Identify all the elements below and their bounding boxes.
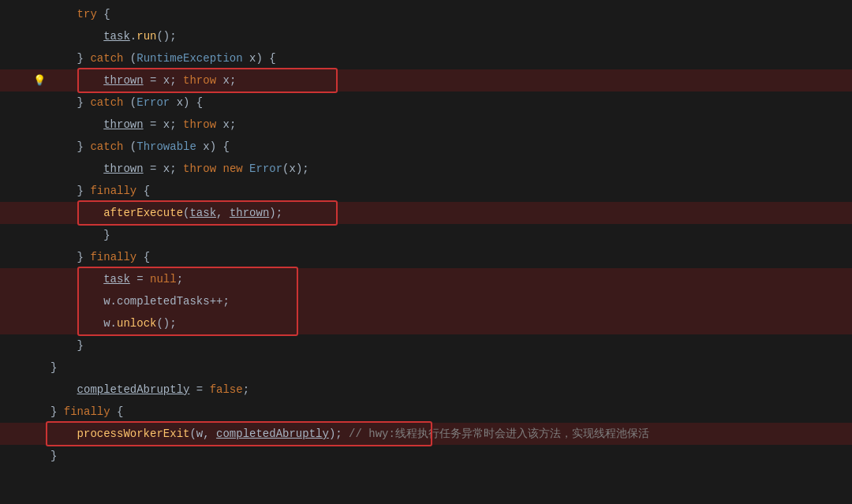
token: = (130, 273, 150, 286)
token: Error (249, 162, 282, 175)
code-line-text: } (47, 334, 836, 357)
token: } (77, 185, 91, 197)
token: } (103, 229, 110, 241)
token: false (210, 383, 243, 396)
token: ( (123, 140, 136, 153)
token: x) { (170, 96, 203, 109)
code-line: } (0, 445, 852, 467)
token: = x; (144, 162, 183, 175)
token: ); (269, 207, 282, 219)
code-line: } (0, 334, 852, 357)
code-line: try { (0, 3, 852, 25)
token: task (103, 273, 130, 286)
code-line-text: task = null; (47, 268, 836, 290)
code-line-text: task.run(); (47, 25, 836, 47)
token: } (77, 251, 91, 263)
token: w. (103, 317, 117, 330)
token: catch (90, 52, 123, 65)
token: task (189, 207, 216, 219)
token: ( (123, 52, 136, 65)
token: w.completedTasks++; (103, 295, 230, 308)
code-line-text: thrown = x; throw x; (47, 69, 836, 91)
token: ); (329, 427, 349, 440)
token: x; (216, 118, 236, 131)
code-line-text: } (47, 357, 836, 379)
token: x) { (243, 52, 276, 65)
code-line: } catch (Error x) { (0, 91, 852, 114)
token: x; (216, 74, 236, 87)
token: task (103, 30, 130, 43)
code-line: processWorkerExit(w, completedAbruptly);… (0, 423, 852, 445)
code-line-text: w.unlock(); (47, 312, 836, 334)
code-line: 💡 thrown = x; throw x; (0, 69, 852, 91)
token: completedAbruptly (216, 427, 329, 440)
token: } (77, 52, 91, 65)
token: = x; (144, 118, 183, 131)
token: catch (90, 96, 123, 109)
token: catch (90, 140, 123, 153)
token: try (77, 8, 97, 21)
code-line-text: processWorkerExit(w, completedAbruptly);… (47, 423, 836, 445)
token: throw (183, 74, 216, 87)
code-line: task = null; (0, 268, 852, 290)
code-line-text: } catch (Throwable x) { (47, 136, 836, 158)
code-content: try { task.run(); } catch (RuntimeExcept… (0, 0, 852, 470)
code-line-text: } finally { (47, 401, 836, 423)
token: completedAbruptly (77, 383, 190, 396)
token: = (189, 383, 209, 396)
token: { (136, 251, 150, 263)
token: thrown (103, 162, 143, 175)
token: (x); (282, 162, 309, 175)
token: finally (64, 405, 110, 418)
code-line-text: } catch (Error x) { (47, 91, 836, 114)
token: (); (156, 317, 176, 330)
code-line-text: } (47, 445, 836, 467)
code-line: } finally { (0, 246, 852, 268)
code-line: } finally { (0, 180, 852, 202)
code-line: thrown = x; throw new Error(x); (0, 158, 852, 180)
token: } (50, 361, 57, 374)
token: thrown (103, 118, 143, 131)
code-line-text: w.completedTasks++; (47, 290, 836, 312)
token: } (50, 450, 57, 462)
token: ; (177, 273, 183, 286)
token: processWorkerExit (77, 427, 190, 440)
code-line-text: completedAbruptly = false; (47, 379, 836, 401)
token: unlock (117, 317, 156, 330)
code-line-text: thrown = x; throw x; (47, 114, 836, 136)
token: null (150, 273, 177, 286)
token: (); (156, 30, 176, 43)
token: } (77, 339, 84, 352)
token: ; (243, 383, 249, 396)
token: finally (90, 251, 136, 263)
code-line: } catch (Throwable x) { (0, 136, 852, 158)
code-line: } catch (RuntimeException x) { (0, 47, 852, 69)
token: ( (123, 96, 136, 109)
token: . (130, 30, 136, 43)
token: Throwable (136, 140, 196, 153)
bulb-icon: 💡 (32, 74, 47, 87)
token: finally (90, 185, 136, 197)
code-line: w.completedTasks++; (0, 290, 852, 312)
token: } (77, 96, 91, 109)
token: new (216, 162, 249, 175)
token: // hwy:线程执行任务异常时会进入该方法，实现线程池保活 (349, 427, 649, 440)
code-line: thrown = x; throw x; (0, 114, 852, 136)
token: thrown (230, 207, 269, 219)
token: { (136, 185, 150, 197)
token: { (110, 405, 124, 418)
token: afterExecute (103, 207, 183, 219)
code-line-text: try { (47, 3, 836, 25)
token: throw (183, 162, 216, 175)
code-line-text: afterExecute(task, thrown); (47, 202, 836, 224)
token: Error (136, 96, 170, 109)
token: } (50, 405, 64, 418)
code-line: afterExecute(task, thrown); (0, 202, 852, 224)
code-line-text: } finally { (47, 180, 836, 202)
token: thrown (103, 74, 143, 87)
token: throw (183, 118, 216, 131)
token: run (136, 30, 156, 43)
code-line: w.unlock(); (0, 312, 852, 334)
code-line: completedAbruptly = false; (0, 379, 852, 401)
token: , (216, 207, 230, 219)
